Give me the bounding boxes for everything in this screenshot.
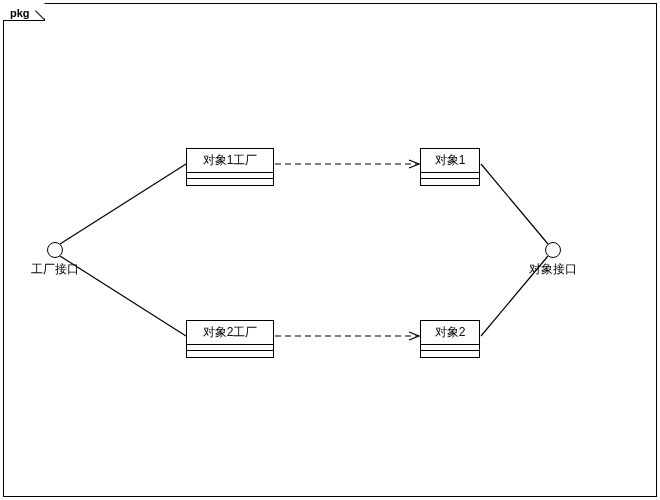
class-factory1-ops [187,179,273,185]
class-factory2-ops [187,351,273,357]
class-factory1: 对象1工厂 [186,148,274,186]
class-object2-ops [421,351,479,357]
interface-factory-label: 工厂接口 [31,261,79,278]
interface-factory-circle [47,242,63,258]
class-object2: 对象2 [420,320,480,358]
class-object1: 对象1 [420,148,480,186]
class-object2-name: 对象2 [421,321,479,345]
class-factory1-name: 对象1工厂 [187,149,273,173]
class-factory2-name: 对象2工厂 [187,321,273,345]
class-object1-ops [421,179,479,185]
interface-object-circle [545,242,561,258]
interface-object-label: 对象接口 [529,261,577,278]
package-label: pkg [10,7,30,19]
class-factory2: 对象2工厂 [186,320,274,358]
class-object1-name: 对象1 [421,149,479,173]
